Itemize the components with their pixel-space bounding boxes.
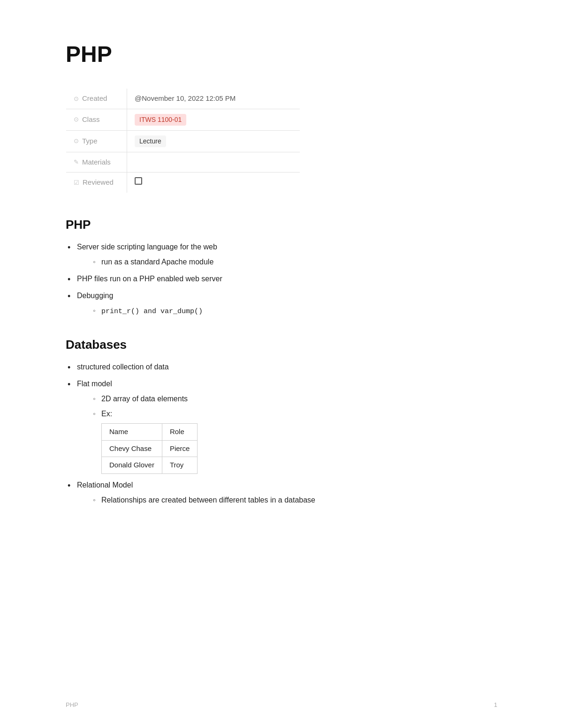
table-cell: Donald Glover [102,457,162,474]
section-heading-1: Databases [66,336,497,354]
table-cell: Chevy Chase [102,440,162,457]
flat-model-table: NameRoleChevy ChasePierceDonald GloverTr… [101,423,198,474]
sub-list-item: 2D array of data elements [92,393,497,405]
property-icon: ☑ [74,178,79,188]
list-item: Relational ModelRelationships are create… [66,480,497,506]
sub-list-item: run as a standard Apache module [92,256,497,268]
sub-list: 2D array of data elementsEx:NameRoleChev… [77,393,497,474]
property-value: ITWS 1100-01 [127,109,300,130]
list-item: Flat model2D array of data elementsEx:Na… [66,378,497,474]
section-0: PHPServer side scripting language for th… [66,216,497,317]
footer-page: 1 [494,700,497,710]
property-value: Lecture [127,130,300,152]
section-1: Databasesstructured collection of dataFl… [66,336,497,506]
property-label: Created [82,93,107,104]
table-header-cell: Role [162,424,198,441]
sub-list-item: print_r() and var_dump() [92,305,497,317]
properties-table: ⊙Created@November 10, 2022 12:05 PM⊙Clas… [66,88,300,193]
page-title: PHP [66,38,497,71]
property-icon: ⊙ [74,136,79,146]
sub-list: run as a standard Apache module [77,256,497,268]
table-cell: Pierce [162,440,198,457]
table-header-cell: Name [102,424,162,441]
footer-title: PHP [66,700,78,710]
list-item: structured collection of data [66,361,497,373]
section-heading-0: PHP [66,216,497,234]
list-item: Debuggingprint_r() and var_dump() [66,290,497,317]
list-item: Server side scripting language for the w… [66,241,497,268]
property-icon: ⊙ [74,94,79,104]
section-list-0: Server side scripting language for the w… [66,241,497,317]
property-label: Class [82,114,100,125]
property-icon: ⊙ [74,115,79,124]
class-tag: ITWS 1100-01 [135,114,186,126]
property-value [127,152,300,173]
sub-list-item: Ex:NameRoleChevy ChasePierceDonald Glove… [92,408,497,474]
type-tag: Lecture [135,135,166,147]
list-item: PHP files run on a PHP enabled web serve… [66,273,497,285]
property-label: Reviewed [83,177,114,188]
sub-list-item: Relationships are created between differ… [92,495,497,506]
sub-list: print_r() and var_dump() [77,305,497,317]
property-label: Materials [82,157,111,168]
property-value [127,173,300,193]
reviewed-checkbox[interactable] [135,177,142,185]
property-label: Type [82,136,98,147]
page-footer: PHP 1 [66,700,497,710]
property-icon: ✎ [74,158,79,167]
property-value: @November 10, 2022 12:05 PM [127,89,300,109]
section-list-1: structured collection of dataFlat model2… [66,361,497,506]
content-sections: PHPServer side scripting language for th… [66,216,497,506]
table-cell: Troy [162,457,198,474]
sub-list: Relationships are created between differ… [77,495,497,506]
